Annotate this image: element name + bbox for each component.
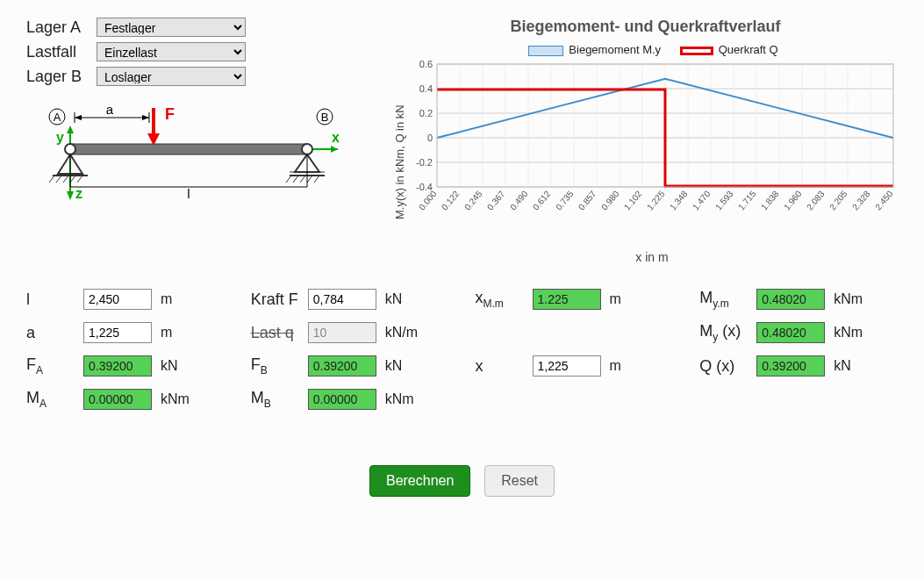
svg-marker-1 [331,146,338,153]
reset-button[interactable]: Reset [484,465,555,497]
param-lastq-label: Last q [251,324,299,342]
svg-line-25 [307,176,312,183]
param-l-input[interactable] [83,289,152,310]
svg-text:0.735: 0.735 [554,189,576,212]
svg-point-18 [302,144,312,154]
svg-text:2.328: 2.328 [850,189,872,212]
svg-marker-7 [67,191,74,200]
svg-text:0.122: 0.122 [440,189,462,212]
svg-marker-4 [67,126,74,133]
svg-line-23 [293,176,298,183]
param-kraftF-label: Kraft F [251,290,299,309]
chart-legend: Biegemoment M.y Querkraft Q [393,43,898,56]
param-Qx-output: 0.39200 [756,355,825,377]
svg-text:1.593: 1.593 [713,189,735,212]
param-FB-label: FB [251,355,299,377]
lastfall-select[interactable]: Einzellast [97,42,246,61]
param-FA-unit: kN [161,358,203,374]
param-xMm-unit: m [610,291,652,307]
svg-text:2.083: 2.083 [805,189,827,212]
param-a-unit: m [161,325,203,341]
param-MA-label: MA [26,389,75,410]
svg-line-14 [56,176,61,183]
param-FA-output: 0.39200 [83,355,152,377]
svg-line-15 [63,176,68,183]
svg-text:l: l [187,186,190,201]
svg-text:1.225: 1.225 [645,189,667,212]
svg-text:2.205: 2.205 [827,189,849,212]
param-xMm-output: 1.225 [533,289,601,310]
svg-line-26 [314,176,319,183]
param-FB-unit: kN [385,358,427,374]
svg-text:F: F [165,105,175,123]
svg-text:0.857: 0.857 [577,189,598,212]
svg-text:0.367: 0.367 [485,189,507,212]
svg-text:z: z [75,186,82,201]
param-Qx-label: Q (x) [699,357,748,376]
param-x-input[interactable] [533,355,601,377]
svg-line-24 [300,176,305,183]
chart-plot: -0.4-0.200.20.40.60.0000.1220.2450.3670.… [406,60,898,244]
lastfall-label: Lastfall [26,43,97,61]
svg-text:1.715: 1.715 [736,189,758,212]
svg-text:0.2: 0.2 [419,108,433,118]
param-kraftF-input[interactable] [308,289,376,310]
param-Mym-unit: kNm [834,291,876,307]
param-MB-unit: kNm [385,391,427,407]
param-FB-output: 0.39200 [308,355,376,377]
param-x-unit: m [610,358,652,374]
svg-line-13 [49,176,54,183]
chart-xlabel: x in m [406,250,898,264]
svg-text:1.348: 1.348 [668,189,690,212]
param-Myx-output: 0.48020 [756,322,825,343]
svg-text:1.960: 1.960 [782,189,804,212]
svg-text:0: 0 [427,133,433,143]
param-MB-label: MB [251,389,299,410]
svg-text:0.980: 0.980 [599,189,621,212]
param-l-unit: m [161,291,203,307]
param-x-label: x [476,357,524,376]
chart-ylabel: M.y(x) in kNm, Q in kN [393,60,406,264]
svg-text:0.4: 0.4 [419,83,433,94]
param-lastq-unit: kN/m [385,325,427,341]
lager-b-label: Lager B [26,68,97,86]
lager-a-select[interactable]: Festlager [97,18,246,37]
param-Mym-output: 0.48020 [756,289,825,310]
param-Myx-label: My (x) [699,322,748,343]
param-FA-label: FA [26,355,75,377]
svg-text:B: B [321,111,329,124]
svg-rect-9 [70,144,307,154]
lager-a-label: Lager A [26,18,97,37]
param-kraftF-unit: kN [385,291,427,307]
svg-text:0.6: 0.6 [419,60,433,69]
svg-line-22 [286,176,291,183]
svg-text:y: y [56,130,64,145]
svg-line-17 [77,176,82,183]
param-l-label: l [26,290,75,309]
svg-text:1.102: 1.102 [622,189,644,212]
param-MB-output: 0.00000 [308,389,376,410]
svg-text:1.470: 1.470 [691,189,713,212]
svg-marker-32 [75,115,82,120]
beam-diagram: x y z [26,104,367,212]
svg-text:0.612: 0.612 [531,189,553,212]
lager-b-select[interactable]: Loslager [97,67,246,86]
param-Myx-unit: kNm [834,325,876,341]
param-a-label: a [26,324,75,342]
svg-text:1.838: 1.838 [759,189,781,212]
svg-text:2.450: 2.450 [873,189,895,212]
svg-text:0.490: 0.490 [508,189,530,212]
svg-text:A: A [54,111,61,124]
param-Qx-unit: kN [834,358,876,374]
svg-text:0.245: 0.245 [462,189,484,212]
svg-text:x: x [332,130,340,145]
svg-marker-33 [142,115,149,120]
param-Mym-label: My.m [699,289,748,310]
param-a-input[interactable] [83,322,152,343]
calculate-button[interactable]: Berechnen [369,465,470,497]
param-MA-unit: kNm [161,391,203,407]
param-MA-output: 0.00000 [83,389,152,410]
chart-title: Biegemoment- und Querkraftverlauf [393,18,898,36]
svg-text:-0.2: -0.2 [416,157,433,168]
param-lastq-input [308,322,376,343]
